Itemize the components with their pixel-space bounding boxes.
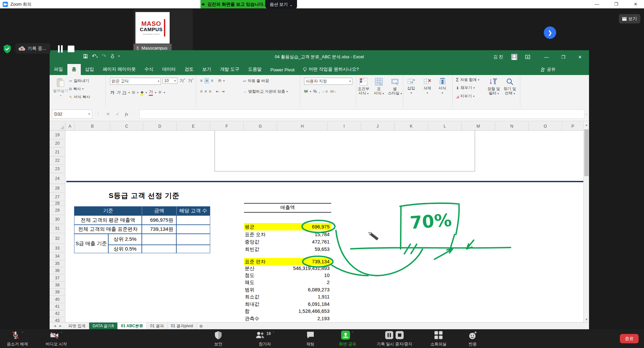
ribbon-tab-파일[interactable]: 파일: [50, 64, 67, 75]
delete-cells-button[interactable]: 삭제▾: [423, 78, 431, 95]
row-header-42[interactable]: 42: [50, 310, 65, 317]
column-header-K[interactable]: K: [395, 122, 428, 130]
row-header-35[interactable]: 35: [50, 260, 65, 267]
decrease-indent-button[interactable]: ⇤: [216, 89, 219, 94]
column-header-B[interactable]: B: [75, 122, 110, 130]
tell-me-box[interactable]: 어떤 작업을 원하시나요?: [299, 64, 363, 75]
font-color-button[interactable]: 가: [149, 89, 153, 96]
formula-bar-expand-icon[interactable]: ⌄: [585, 112, 588, 116]
conditional-formatting-button[interactable]: 조건부서식 ▾: [358, 78, 369, 95]
toolbar-chat-button[interactable]: 채팅: [306, 331, 315, 347]
sheet-tab-01 결과pivot[interactable]: 01 결과pivot: [168, 323, 197, 329]
sheet-tab-01 결과[interactable]: 01 결과: [147, 323, 168, 329]
font-name-select[interactable]: 맑은 고딕▾: [110, 78, 161, 85]
accounting-format-button[interactable]: ₩: [304, 89, 308, 94]
recording-pause-button[interactable]: [57, 45, 64, 53]
column-header-N[interactable]: N: [495, 122, 529, 130]
toolbar-security-button[interactable]: 보안: [214, 331, 222, 347]
user-name[interactable]: 김 진: [493, 54, 503, 60]
sheet-nav-left-icon[interactable]: ◀: [54, 324, 56, 328]
format-painter-button[interactable]: ✎서식 복사: [69, 94, 90, 99]
align-middle-button[interactable]: ≡: [204, 78, 209, 83]
borders-button[interactable]: ⊞: [132, 90, 135, 95]
insert-cells-button[interactable]: 삽입▾: [407, 78, 415, 95]
increase-decimal-button[interactable]: ←.0: [322, 90, 328, 93]
add-sheet-button[interactable]: ⊕: [197, 323, 206, 329]
fill-color-button[interactable]: ◈: [140, 90, 143, 95]
participant-tile[interactable]: MASO CAMPUS Actionable Content Masocampu…: [133, 9, 193, 52]
phonetic-menu[interactable]: ▾: [164, 91, 165, 94]
select-all-corner[interactable]: [50, 122, 65, 131]
row-header-40[interactable]: 40: [50, 296, 65, 303]
ribbon-tab-도움말[interactable]: 도움말: [244, 64, 266, 75]
toolbar-breakout-button[interactable]: 소회의실: [430, 331, 447, 347]
column-header-L[interactable]: L: [428, 122, 462, 130]
ribbon-display-options-icon[interactable]: [525, 55, 534, 59]
excel-minimize-button[interactable]: —: [542, 55, 551, 60]
row-header-27[interactable]: 27: [50, 193, 65, 201]
chevron-up-icon[interactable]: ⌃: [352, 331, 354, 335]
row-header-38[interactable]: 38: [50, 282, 65, 289]
ribbon-tab-페이지 레이아웃[interactable]: 페이지 레이아웃: [99, 64, 140, 75]
formula-input[interactable]: [139, 110, 584, 119]
recording-stop-button[interactable]: [67, 45, 75, 53]
sheet-tab-01 ABC분류[interactable]: 01 ABC분류: [118, 323, 147, 329]
row-header-30[interactable]: 30: [50, 215, 65, 224]
italic-button[interactable]: 가: [116, 90, 120, 95]
row-header-41[interactable]: 41: [50, 303, 65, 310]
row-header-26[interactable]: 26: [50, 184, 65, 193]
sheet-tab-피벗 집계[interactable]: 피벗 집계: [65, 323, 89, 329]
toolbar-video-button[interactable]: ⌃비디오 시작: [46, 331, 67, 347]
copy-button[interactable]: ⧉복사▾: [69, 86, 83, 91]
format-as-table-button[interactable]: 표서식 ▾: [374, 78, 384, 95]
ribbon-tab-검토[interactable]: 검토: [180, 64, 198, 75]
increase-indent-button[interactable]: ⇥: [221, 89, 225, 94]
ribbon-tab-보기[interactable]: 보기: [198, 64, 216, 75]
toolbar-share-button[interactable]: ⌃화면 공유: [339, 331, 356, 347]
paste-button[interactable]: 붙여넣기 ▾: [53, 78, 68, 97]
underline-menu[interactable]: ▾: [128, 91, 130, 94]
autosum-button[interactable]: Σ자동 합계▾: [456, 77, 479, 82]
ribbon-tab-홈[interactable]: 홈: [67, 64, 81, 75]
column-header-D[interactable]: D: [143, 122, 177, 130]
view-options-button[interactable]: 옵션 보기 ⌄: [265, 0, 297, 9]
row-header-19[interactable]: 19: [50, 131, 65, 139]
column-header-I[interactable]: I: [328, 122, 361, 130]
row-header-24[interactable]: 24: [50, 173, 65, 184]
restore-button[interactable]: ❐: [612, 2, 620, 7]
column-header-P[interactable]: P: [562, 122, 583, 130]
toolbar-participants-button[interactable]: 16⌃참가자: [255, 331, 275, 347]
sheet-tab-DATA 걸기6[interactable]: DATA 걸기6: [89, 323, 118, 329]
scroll-down-icon[interactable]: ▼: [584, 317, 589, 322]
phonetic-button[interactable]: 串: [158, 90, 162, 95]
row-header-29[interactable]: 29: [50, 206, 65, 215]
name-box-dropdown-icon[interactable]: ▾: [89, 113, 90, 116]
sheet-grid[interactable]: S등급 고객 선정 기준 기준 금액 해당 고객 수 전체 고객의 평균 매출액…: [65, 131, 583, 322]
underline-button[interactable]: 가: [122, 90, 126, 95]
align-left-button[interactable]: ≡: [200, 89, 202, 94]
row-header-34[interactable]: 34: [50, 253, 65, 260]
scrollbar-thumb[interactable]: [584, 129, 589, 176]
column-header-J[interactable]: J: [361, 122, 395, 130]
wrap-text-button[interactable]: ↩자동 줄 바꿈: [243, 78, 269, 83]
chevron-up-icon[interactable]: ⌃: [21, 331, 24, 335]
enter-formula-icon[interactable]: ✓: [116, 112, 119, 117]
clear-button[interactable]: ◢지우기▾: [456, 94, 474, 99]
merge-center-button[interactable]: ⇔병합하고 가운데 맞춤▾: [243, 89, 288, 94]
align-bottom-button[interactable]: ≡: [211, 78, 213, 83]
cancel-formula-icon[interactable]: ✕: [106, 112, 110, 117]
ribbon-tab-Power Pivot[interactable]: Power Pivot: [266, 65, 299, 75]
align-right-button[interactable]: ≡: [209, 89, 211, 94]
column-header-A[interactable]: A: [65, 122, 75, 130]
chevron-up-icon[interactable]: ⌃: [60, 331, 63, 335]
row-header-20[interactable]: 20: [50, 139, 65, 148]
minimize-button[interactable]: —: [593, 2, 600, 7]
toolbar-mute-button[interactable]: ⌃음소거 해제: [7, 331, 28, 347]
row-header-39[interactable]: 39: [50, 289, 65, 296]
vertical-scrollbar[interactable]: ▲ ▼: [583, 122, 589, 322]
sort-filter-button[interactable]: 정렬 및필터 ▾: [487, 78, 500, 95]
orientation-button[interactable]: ⟰: [218, 78, 221, 83]
column-header-C[interactable]: C: [110, 122, 143, 130]
ribbon-tab-개발 도구[interactable]: 개발 도구: [216, 64, 244, 75]
cut-button[interactable]: ✂잘라내기: [69, 78, 89, 83]
